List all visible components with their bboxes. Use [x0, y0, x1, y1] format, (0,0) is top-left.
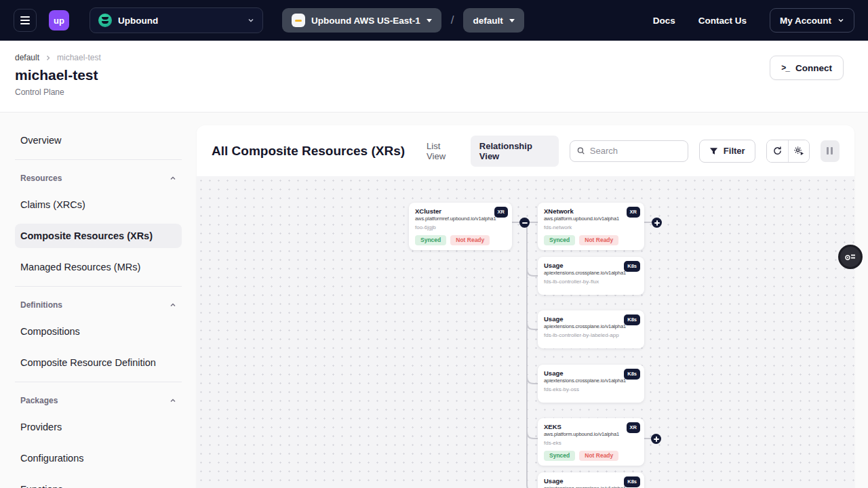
contact-us-link[interactable]: Contact Us	[698, 16, 747, 26]
sidebar-item-composite-resource-definition[interactable]: Composite Resource Definition	[15, 350, 182, 375]
relationship-graph-canvas[interactable]: XCluster aws.platformref.upbound.io/v1al…	[197, 176, 854, 488]
sidebar-item-overview[interactable]: Overview	[15, 128, 182, 152]
control-plane-selector-label: Upbound AWS US-East-1	[311, 16, 420, 26]
sidebar-section-packages[interactable]: Packages	[15, 392, 182, 415]
chevron-down-icon	[837, 17, 844, 24]
graph-node-xnetwork[interactable]: XNetwork aws.platform.upbound.io/v1alpha…	[538, 203, 644, 250]
node-resource-name: fds-eks	[544, 440, 638, 446]
pause-button[interactable]	[821, 140, 840, 162]
node-kind-badge: K8s	[624, 261, 640, 272]
node-api-version: apiextensions.crossplane.io/v1alpha1	[544, 323, 638, 329]
expand-edge-button[interactable]	[652, 218, 662, 228]
group-selector-dropdown[interactable]: default	[463, 8, 524, 33]
breadcrumb: default michael-test	[15, 53, 844, 62]
section-label: Definitions	[20, 300, 62, 310]
node-title: XEKS	[544, 423, 638, 430]
breadcrumb-current: michael-test	[57, 53, 101, 62]
sidebar-item-managed-resources[interactable]: Managed Resources (MRs)	[15, 255, 182, 279]
sidebar-item-functions[interactable]: Functions	[15, 477, 182, 488]
graph-node-xcluster[interactable]: XCluster aws.platformref.upbound.io/v1al…	[409, 203, 512, 250]
chevron-down-icon	[248, 17, 254, 24]
search-input[interactable]	[590, 146, 681, 156]
node-resource-name: fds-eks-by-oss	[544, 386, 638, 392]
graph-node-xeks[interactable]: XEKS aws.platform.upbound.io/v1alpha1 fd…	[538, 418, 644, 466]
breadcrumb-parent[interactable]: default	[15, 53, 39, 62]
chevron-up-icon	[170, 397, 176, 404]
panel-toolbar: All Composite Resources (XRs) List View …	[197, 125, 854, 176]
my-account-label: My Account	[780, 16, 831, 26]
node-api-version: aws.platform.upbound.io/v1alpha1	[544, 216, 638, 222]
chevron-up-icon	[170, 302, 176, 308]
connect-button[interactable]: >_ Connect	[770, 56, 844, 80]
status-badge-synced: Synced	[544, 451, 575, 461]
node-kind-badge: K8s	[624, 314, 640, 325]
search-icon	[577, 146, 585, 155]
status-badge-not-ready: Not Ready	[450, 235, 490, 245]
section-label: Resources	[20, 174, 62, 183]
node-api-version: apiextensions.crossplane.io/v1alpha1	[544, 378, 638, 384]
graph-node-usage-flux[interactable]: Usage apiextensions.crossplane.io/v1alph…	[538, 257, 644, 295]
org-avatar-icon	[98, 14, 112, 27]
graph-node-usage-bottom[interactable]: Usage apiextensions.crossplane.io/v1alph…	[538, 472, 644, 488]
sidebar-item-compositions[interactable]: Compositions	[15, 319, 182, 344]
connect-button-label: Connect	[795, 63, 832, 73]
status-badge-synced: Synced	[415, 235, 446, 245]
node-resource-name: fds-lb-controller-by-flux	[544, 279, 638, 285]
chevron-right-icon	[45, 55, 51, 61]
page-subtitle: Control Plane	[15, 87, 844, 97]
section-label: Packages	[20, 396, 58, 405]
divider	[15, 159, 182, 160]
filter-button[interactable]: Filter	[699, 140, 755, 163]
refresh-button[interactable]	[767, 140, 788, 162]
terminal-icon: >_	[781, 63, 789, 73]
relationship-view-tab[interactable]: Relationship View	[471, 136, 559, 167]
org-selector-label: Upbound	[118, 16, 158, 26]
divider	[15, 382, 182, 382]
collapse-edge-button[interactable]	[519, 218, 530, 228]
node-title: XCluster	[415, 207, 506, 215]
search-box	[570, 140, 688, 162]
org-selector-dropdown[interactable]: Upbound	[90, 7, 263, 33]
node-resource-name: foo-6jgjb	[415, 224, 506, 230]
control-plane-selector-dropdown[interactable]: Upbound AWS US-East-1	[282, 8, 441, 33]
sidebar-item-composite-resources[interactable]: Composite Resources (XRs)	[15, 224, 182, 248]
hamburger-icon	[20, 16, 30, 18]
status-badge-not-ready: Not Ready	[579, 235, 618, 245]
sidebar-section-resources[interactable]: Resources	[15, 169, 182, 192]
run-operations-button[interactable]	[788, 140, 809, 162]
graph-node-usage-labeled-app[interactable]: Usage apiextensions.crossplane.io/v1alph…	[538, 310, 644, 348]
hamburger-menu-button[interactable]	[14, 9, 37, 32]
caret-down-icon	[509, 19, 515, 22]
node-api-version: apiextensions.crossplane.io/v1alpha1	[544, 270, 638, 276]
caret-down-icon	[427, 19, 432, 22]
group-selector-label: default	[473, 16, 502, 26]
top-navbar: up Upbound Upbound AWS US-East-1 / defau…	[0, 0, 868, 41]
page-header: default michael-test michael-test Contro…	[0, 41, 868, 113]
sidebar-item-providers[interactable]: Providers	[15, 415, 182, 439]
node-api-version: aws.platform.upbound.io/v1alpha1	[544, 431, 638, 437]
page-title: michael-test	[15, 67, 844, 83]
my-account-button[interactable]: My Account	[770, 8, 854, 33]
node-resource-name: fds-lb-controller-by-labeled-app	[544, 332, 638, 338]
sidebar-section-definitions[interactable]: Definitions	[15, 296, 182, 319]
legend-list-icon	[845, 252, 856, 262]
sidebar: Overview Resources Claims (XRCs) Composi…	[0, 113, 197, 488]
docs-link[interactable]: Docs	[653, 16, 675, 26]
status-badge-not-ready: Not Ready	[579, 451, 618, 461]
node-api-version: aws.platformref.upbound.io/v1alpha1	[415, 216, 506, 222]
upbound-logo: up	[49, 10, 69, 30]
gear-run-icon	[793, 146, 804, 156]
pause-icon	[827, 147, 829, 155]
sidebar-item-configurations[interactable]: Configurations	[15, 446, 182, 470]
graph-node-usage-oss[interactable]: Usage apiextensions.crossplane.io/v1alph…	[538, 365, 644, 403]
panel-title: All Composite Resources (XRs)	[212, 144, 405, 159]
status-badge-synced: Synced	[544, 235, 575, 245]
node-kind-badge: XR	[627, 207, 640, 218]
list-view-tab[interactable]: List View	[427, 141, 460, 161]
sidebar-item-claims[interactable]: Claims (XRCs)	[15, 192, 182, 217]
expand-edge-button[interactable]	[651, 434, 661, 444]
main-panel: All Composite Resources (XRs) List View …	[197, 125, 854, 488]
node-kind-badge: XR	[627, 422, 640, 433]
graph-legend-button[interactable]	[838, 245, 863, 269]
control-plane-icon	[292, 14, 305, 27]
